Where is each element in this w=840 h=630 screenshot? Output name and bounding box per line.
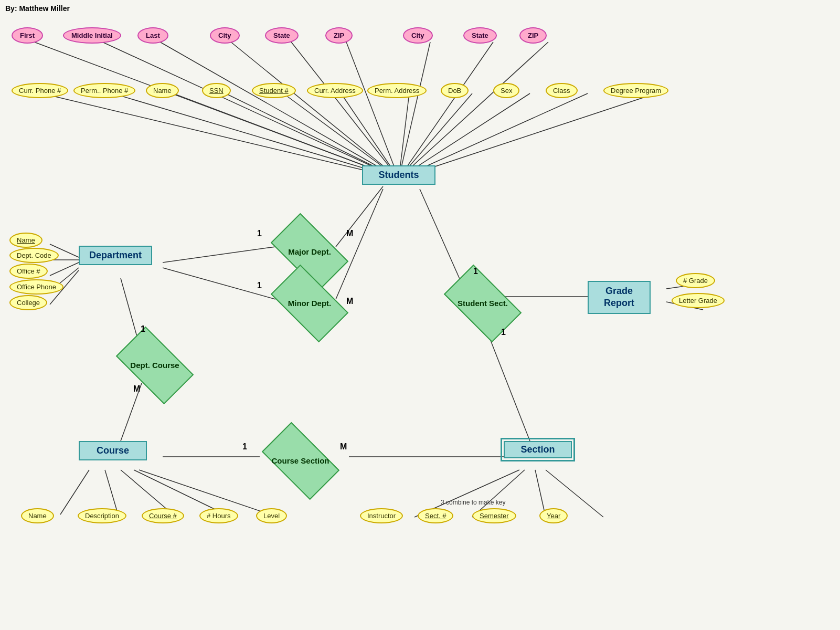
cardinality-minor-m: M (346, 297, 353, 306)
svg-line-1 (102, 42, 399, 178)
attr-perm-address: Perm. Address (367, 83, 427, 98)
attr-sex: Sex (493, 83, 519, 98)
attr-hours: # Hours (199, 508, 238, 523)
attr-letter-grade: Letter Grade (672, 293, 725, 308)
svg-line-31 (50, 262, 79, 276)
attr-zip2: ZIP (519, 27, 547, 44)
attr-middle-initial: Middle Initial (63, 27, 121, 44)
attr-num-grade: # Grade (676, 273, 715, 288)
attr-state2: State (463, 27, 497, 44)
attr-level: Level (256, 508, 287, 523)
attr-first: First (12, 27, 43, 44)
attr-zip1: ZIP (325, 27, 353, 44)
svg-line-39 (105, 470, 118, 514)
attr-semester: Semester (472, 508, 516, 523)
attr-ssn: SSN (202, 83, 231, 98)
relationship-dept-course: Dept. Course (113, 340, 197, 390)
svg-line-4 (291, 42, 399, 178)
svg-line-5 (346, 42, 399, 178)
attr-description: Description (78, 508, 126, 523)
attr-curr-address: Curr. Address (307, 83, 363, 98)
attr-curr-phone: Curr. Phone # (12, 83, 68, 98)
svg-line-7 (399, 42, 493, 178)
author-label: By: Matthew Miller (5, 4, 70, 13)
cardinality-coursesect-m: M (340, 442, 347, 452)
entity-grade-report: GradeReport (588, 281, 651, 314)
cardinality-deptcourse-m: M (133, 384, 140, 394)
attr-class: Class (546, 83, 578, 98)
svg-line-38 (60, 470, 89, 514)
attr-perm-phone: Perm.. Phone # (73, 83, 135, 98)
attr-office-num: Office # (9, 264, 48, 279)
svg-line-41 (134, 470, 226, 514)
relationship-student-sect: Student Sect. (441, 277, 525, 330)
attr-dob: DoB (441, 83, 469, 98)
attr-course-name: Name (21, 508, 54, 523)
svg-line-34 (121, 278, 139, 344)
entity-section: Section (504, 441, 572, 458)
entity-course: Course (79, 441, 147, 460)
svg-line-6 (399, 42, 430, 178)
svg-line-9 (42, 93, 399, 178)
attr-last: Last (137, 27, 168, 44)
attr-office-phone: Office Phone (9, 279, 63, 295)
svg-line-24 (420, 189, 462, 284)
attr-dept-code: Dept. Code (9, 248, 59, 263)
cardinality-coursesect-1: 1 (242, 442, 247, 452)
cardinality-studentsect-1top: 1 (473, 267, 478, 276)
svg-line-19 (399, 93, 656, 178)
svg-line-8 (399, 42, 548, 178)
attr-instructor: Instructor (360, 508, 403, 523)
attr-city2: City (403, 27, 433, 44)
attr-state1: State (265, 27, 299, 44)
entity-department: Department (79, 246, 152, 265)
cardinality-minor-1: 1 (257, 281, 262, 290)
svg-line-10 (113, 93, 399, 178)
svg-line-0 (34, 42, 399, 178)
svg-line-2 (160, 42, 399, 178)
note-section-key: 3 combine to make key (441, 499, 505, 506)
cardinality-major-m: M (346, 229, 353, 238)
attr-name-student: Name (146, 83, 179, 98)
attr-sect-num: Sect. # (418, 508, 453, 523)
relationship-minor-dept: Minor Dept. (265, 277, 354, 330)
attr-student-num: Student # (252, 83, 296, 98)
cardinality-studentsect-1bot: 1 (501, 328, 506, 337)
cardinality-deptcourse-1: 1 (141, 324, 145, 334)
entity-students: Students (362, 165, 435, 185)
svg-line-3 (231, 42, 399, 178)
attr-year: Year (539, 508, 568, 523)
attr-degree-program: Degree Program (603, 83, 668, 98)
relationship-course-section: Course Section (257, 436, 344, 486)
svg-line-21 (163, 247, 275, 262)
attr-dept-name: Name (9, 233, 42, 248)
relationship-major-dept: Major Dept. (265, 226, 354, 278)
attr-course-num: Course # (142, 508, 184, 523)
cardinality-major-1: 1 (257, 229, 262, 238)
attr-college: College (9, 295, 47, 310)
attr-city1: City (210, 27, 240, 44)
